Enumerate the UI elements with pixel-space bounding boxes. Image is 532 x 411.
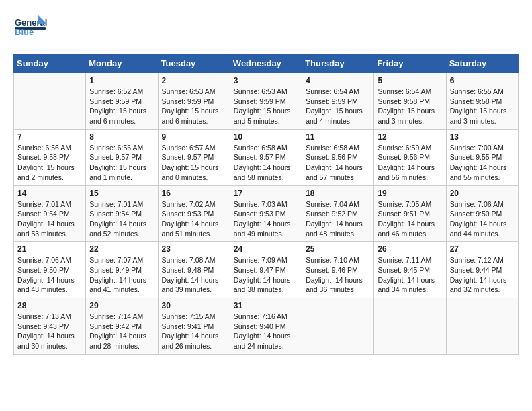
calendar-cell: 5Sunrise: 6:54 AM Sunset: 9:58 PM Daylig…	[374, 73, 446, 130]
calendar-cell: 15Sunrise: 7:01 AM Sunset: 9:54 PM Dayli…	[86, 185, 158, 242]
svg-text:Blue: Blue	[15, 27, 34, 37]
calendar-cell: 1Sunrise: 6:52 AM Sunset: 9:59 PM Daylig…	[86, 73, 158, 130]
cell-content: Sunrise: 7:10 AM Sunset: 9:46 PM Dayligh…	[306, 255, 370, 295]
cell-content: Sunrise: 7:00 AM Sunset: 9:55 PM Dayligh…	[450, 143, 515, 183]
calendar-cell: 28Sunrise: 7:13 AM Sunset: 9:43 PM Dayli…	[14, 298, 86, 355]
day-number: 10	[234, 132, 298, 142]
calendar-cell: 14Sunrise: 7:01 AM Sunset: 9:54 PM Dayli…	[14, 185, 86, 242]
day-number: 15	[89, 189, 154, 198]
cell-content: Sunrise: 6:57 AM Sunset: 9:57 PM Dayligh…	[162, 143, 226, 183]
calendar-cell: 13Sunrise: 7:00 AM Sunset: 9:55 PM Dayli…	[446, 129, 518, 185]
cell-content: Sunrise: 6:53 AM Sunset: 9:59 PM Dayligh…	[162, 87, 226, 126]
calendar-cell: 23Sunrise: 7:08 AM Sunset: 9:48 PM Dayli…	[158, 242, 230, 298]
calendar-cell	[446, 298, 518, 355]
calendar-body: 1Sunrise: 6:52 AM Sunset: 9:59 PM Daylig…	[14, 73, 519, 355]
calendar-cell: 24Sunrise: 7:09 AM Sunset: 9:47 PM Dayli…	[230, 242, 302, 298]
day-number: 16	[162, 189, 226, 198]
day-number: 1	[89, 76, 154, 85]
calendar-cell: 3Sunrise: 6:53 AM Sunset: 9:59 PM Daylig…	[230, 73, 302, 130]
cell-content: Sunrise: 6:58 AM Sunset: 9:56 PM Dayligh…	[306, 143, 370, 183]
day-number: 3	[234, 76, 298, 85]
calendar-cell: 17Sunrise: 7:03 AM Sunset: 9:53 PM Dayli…	[230, 185, 302, 242]
day-number: 28	[17, 301, 82, 310]
calendar-cell: 12Sunrise: 6:59 AM Sunset: 9:56 PM Dayli…	[374, 129, 446, 185]
calendar-table: SundayMondayTuesdayWednesdayThursdayFrid…	[13, 54, 519, 355]
header-cell-tuesday: Tuesday	[158, 54, 230, 73]
calendar-cell: 7Sunrise: 6:56 AM Sunset: 9:58 PM Daylig…	[14, 129, 86, 185]
day-number: 29	[89, 301, 154, 310]
cell-content: Sunrise: 7:06 AM Sunset: 9:50 PM Dayligh…	[17, 255, 82, 295]
day-number: 13	[450, 132, 515, 142]
day-number: 22	[89, 244, 154, 254]
day-number: 6	[450, 76, 515, 85]
day-number: 27	[450, 244, 515, 254]
day-number: 21	[17, 244, 82, 254]
calendar-cell: 20Sunrise: 7:06 AM Sunset: 9:50 PM Dayli…	[446, 185, 518, 242]
calendar-cell: 10Sunrise: 6:58 AM Sunset: 9:57 PM Dayli…	[230, 129, 302, 185]
header-cell-saturday: Saturday	[446, 54, 518, 73]
day-number: 7	[17, 132, 82, 142]
header-cell-friday: Friday	[374, 54, 446, 73]
calendar-cell: 25Sunrise: 7:10 AM Sunset: 9:46 PM Dayli…	[302, 242, 374, 298]
day-number: 9	[162, 132, 226, 142]
header-cell-sunday: Sunday	[14, 54, 86, 73]
cell-content: Sunrise: 6:56 AM Sunset: 9:58 PM Dayligh…	[17, 143, 82, 183]
calendar-cell: 27Sunrise: 7:12 AM Sunset: 9:44 PM Dayli…	[446, 242, 518, 298]
day-number: 14	[17, 189, 82, 198]
calendar-cell: 18Sunrise: 7:04 AM Sunset: 9:52 PM Dayli…	[302, 185, 374, 242]
day-number: 19	[378, 189, 442, 198]
day-number: 17	[234, 189, 298, 198]
week-row-5: 28Sunrise: 7:13 AM Sunset: 9:43 PM Dayli…	[14, 298, 519, 355]
cell-content: Sunrise: 7:09 AM Sunset: 9:47 PM Dayligh…	[234, 255, 298, 295]
week-row-4: 21Sunrise: 7:06 AM Sunset: 9:50 PM Dayli…	[14, 242, 519, 298]
cell-content: Sunrise: 7:07 AM Sunset: 9:49 PM Dayligh…	[89, 255, 154, 295]
day-number: 24	[234, 244, 298, 254]
header-cell-thursday: Thursday	[302, 54, 374, 73]
day-number: 5	[378, 76, 442, 85]
day-number: 18	[306, 189, 370, 198]
week-row-3: 14Sunrise: 7:01 AM Sunset: 9:54 PM Dayli…	[14, 185, 519, 242]
day-number: 8	[89, 132, 154, 142]
cell-content: Sunrise: 7:01 AM Sunset: 9:54 PM Dayligh…	[17, 199, 82, 239]
day-number: 25	[306, 244, 370, 254]
cell-content: Sunrise: 6:54 AM Sunset: 9:59 PM Dayligh…	[306, 87, 370, 126]
calendar-cell: 19Sunrise: 7:05 AM Sunset: 9:51 PM Dayli…	[374, 185, 446, 242]
calendar-cell: 31Sunrise: 7:16 AM Sunset: 9:40 PM Dayli…	[230, 298, 302, 355]
cell-content: Sunrise: 6:54 AM Sunset: 9:58 PM Dayligh…	[378, 87, 442, 126]
calendar-cell: 22Sunrise: 7:07 AM Sunset: 9:49 PM Dayli…	[86, 242, 158, 298]
calendar-cell	[302, 298, 374, 355]
day-number: 26	[378, 244, 442, 254]
day-number: 4	[306, 76, 370, 85]
week-row-1: 1Sunrise: 6:52 AM Sunset: 9:59 PM Daylig…	[14, 73, 519, 130]
calendar-cell: 29Sunrise: 7:14 AM Sunset: 9:42 PM Dayli…	[86, 298, 158, 355]
calendar-cell: 26Sunrise: 7:11 AM Sunset: 9:45 PM Dayli…	[374, 242, 446, 298]
day-number: 11	[306, 132, 370, 142]
header-row: SundayMondayTuesdayWednesdayThursdayFrid…	[14, 54, 519, 73]
calendar-cell: 11Sunrise: 6:58 AM Sunset: 9:56 PM Dayli…	[302, 129, 374, 185]
cell-content: Sunrise: 7:02 AM Sunset: 9:53 PM Dayligh…	[162, 199, 226, 239]
header-cell-wednesday: Wednesday	[230, 54, 302, 73]
calendar-cell: 9Sunrise: 6:57 AM Sunset: 9:57 PM Daylig…	[158, 129, 230, 185]
cell-content: Sunrise: 6:53 AM Sunset: 9:59 PM Dayligh…	[234, 87, 298, 126]
day-number: 31	[234, 301, 298, 310]
cell-content: Sunrise: 7:14 AM Sunset: 9:42 PM Dayligh…	[89, 312, 154, 351]
calendar-cell: 6Sunrise: 6:55 AM Sunset: 9:58 PM Daylig…	[446, 73, 518, 130]
page-header: General Blue	[13, 13, 519, 47]
cell-content: Sunrise: 7:05 AM Sunset: 9:51 PM Dayligh…	[378, 199, 442, 239]
cell-content: Sunrise: 7:06 AM Sunset: 9:50 PM Dayligh…	[450, 199, 515, 239]
week-row-2: 7Sunrise: 6:56 AM Sunset: 9:58 PM Daylig…	[14, 129, 519, 185]
calendar-cell	[14, 73, 86, 130]
day-number: 30	[162, 301, 226, 310]
calendar-cell: 21Sunrise: 7:06 AM Sunset: 9:50 PM Dayli…	[14, 242, 86, 298]
calendar-cell: 30Sunrise: 7:15 AM Sunset: 9:41 PM Dayli…	[158, 298, 230, 355]
cell-content: Sunrise: 7:08 AM Sunset: 9:48 PM Dayligh…	[162, 255, 226, 295]
day-number: 23	[162, 244, 226, 254]
cell-content: Sunrise: 7:03 AM Sunset: 9:53 PM Dayligh…	[234, 199, 298, 239]
day-number: 20	[450, 189, 515, 198]
cell-content: Sunrise: 6:58 AM Sunset: 9:57 PM Dayligh…	[234, 143, 298, 183]
header-cell-monday: Monday	[86, 54, 158, 73]
cell-content: Sunrise: 7:15 AM Sunset: 9:41 PM Dayligh…	[162, 312, 226, 351]
cell-content: Sunrise: 7:04 AM Sunset: 9:52 PM Dayligh…	[306, 199, 370, 239]
calendar-cell	[374, 298, 446, 355]
cell-content: Sunrise: 7:16 AM Sunset: 9:40 PM Dayligh…	[234, 312, 298, 351]
